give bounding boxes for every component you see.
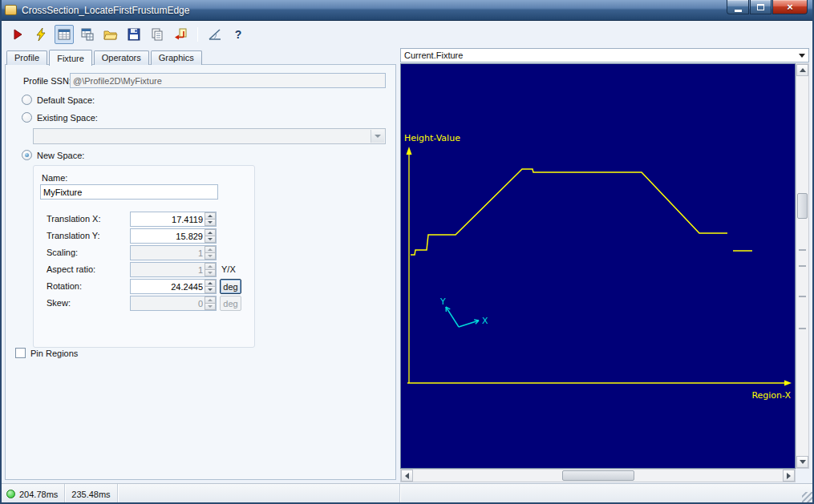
status-bar: 204.78ms 235.48ms [0, 483, 814, 504]
arrow-right-icon [787, 473, 791, 479]
close-icon: × [787, 2, 793, 12]
tab-fixture[interactable]: Fixture [49, 50, 92, 66]
status-cell-execution: 204.78ms [0, 484, 65, 504]
aspect-ratio-spinner [130, 262, 217, 277]
spin-up-button[interactable] [205, 212, 216, 220]
vertical-scrollbar[interactable] [796, 63, 809, 469]
spin-down-button[interactable] [205, 287, 216, 293]
scroll-left-button[interactable] [401, 470, 413, 482]
tab-operators[interactable]: Operators [94, 50, 149, 65]
translation-y-spinner[interactable] [130, 228, 217, 244]
new-space-label: New Space: [37, 151, 84, 160]
copy-button[interactable] [148, 25, 167, 44]
status-cell-empty [118, 484, 400, 504]
pin-regions-checkbox-row[interactable]: Pin Regions [15, 348, 78, 358]
skew-spinner [130, 296, 217, 311]
existing-space-dropdown[interactable] [33, 128, 386, 144]
title-bar: CrossSection_LocateFirstFrustumEdge × [0, 0, 814, 21]
skew-input [131, 296, 205, 310]
tab-strip: Profile Fixture Operators Graphics [6, 49, 204, 65]
minimize-icon [735, 10, 742, 12]
chevron-down-icon[interactable] [799, 54, 805, 58]
skew-label: Skew: [47, 296, 71, 311]
scrollbar-mark [799, 296, 806, 297]
aspect-ratio-suffix: Y/X [221, 262, 236, 277]
open-button[interactable] [101, 25, 120, 44]
documents-icon [150, 27, 164, 42]
horizontal-scrollbar[interactable] [400, 469, 796, 482]
minimize-button[interactable] [727, 0, 749, 14]
fixture-tab-page: Profile SSN: Default Space: Existing Spa… [5, 64, 396, 480]
new-space-group: Name: Translation X: Translation Y: [33, 165, 255, 348]
red-return-arrow-icon [173, 27, 188, 42]
floppy-disk-icon [127, 27, 141, 42]
x-axis: Region-X [407, 381, 792, 401]
arrow-up-icon [800, 68, 806, 72]
measure-button[interactable] [205, 25, 225, 44]
run-button[interactable] [8, 25, 27, 44]
radio-icon [22, 112, 32, 123]
play-icon [10, 27, 25, 42]
aspect-ratio-label: Aspect ratio: [47, 262, 95, 277]
open-folder-icon [103, 27, 119, 42]
profile-ssn-label: Profile SSN: [23, 75, 71, 87]
spin-down-button[interactable] [205, 236, 216, 243]
scaling-label: Scaling: [47, 245, 78, 260]
spin-down-button [205, 270, 216, 276]
save-button[interactable] [124, 25, 144, 44]
chevron-down-icon[interactable] [371, 130, 384, 143]
protractor-icon [207, 27, 223, 42]
svg-text:X: X [482, 316, 488, 326]
spin-up-button[interactable] [205, 280, 216, 287]
horizontal-scrollbar-thumb[interactable] [562, 470, 634, 481]
rotation-input[interactable] [131, 280, 205, 293]
x-axis-label: Region-X [751, 390, 791, 401]
maximize-button[interactable] [750, 0, 771, 14]
app-icon [5, 5, 17, 15]
scroll-right-button[interactable] [783, 470, 795, 482]
trigger-button[interactable] [31, 25, 51, 44]
grid-window-icon [80, 27, 95, 42]
checkbox-icon[interactable] [15, 348, 26, 358]
close-button[interactable]: × [772, 0, 808, 14]
import-button[interactable] [171, 25, 190, 44]
rotation-spinner[interactable] [130, 279, 217, 294]
spin-up-button[interactable] [205, 229, 216, 236]
new-space-radio[interactable]: New Space: [22, 150, 84, 160]
translation-x-input[interactable] [131, 212, 205, 226]
tab-profile[interactable]: Profile [6, 50, 47, 65]
total-time: 235.48ms [71, 490, 110, 499]
default-space-radio[interactable]: Default Space: [22, 95, 95, 105]
tab-graphics[interactable]: Graphics [151, 50, 202, 65]
svg-text:Y: Y [439, 296, 446, 307]
help-button[interactable]: ? [229, 25, 248, 44]
spin-down-button[interactable] [205, 220, 216, 226]
translation-y-input[interactable] [131, 229, 205, 243]
translation-y-label: Translation Y: [47, 228, 100, 244]
spreadsheet-icon [57, 27, 71, 42]
job-view-button[interactable] [78, 25, 97, 44]
skew-deg-button: deg [220, 296, 241, 311]
translation-x-spinner[interactable] [130, 212, 217, 227]
graphics-panel: Current.Fixture Height-Value Region-X XY [399, 48, 810, 482]
scrollbar-mark [799, 249, 806, 251]
scroll-down-button[interactable] [796, 456, 808, 468]
profile-ssn-field[interactable] [70, 73, 386, 88]
scaling-spinner [130, 245, 217, 260]
y-axis: Height-Value [404, 133, 460, 383]
spreadsheet-view-button[interactable] [55, 25, 74, 44]
scroll-up-button[interactable] [796, 64, 808, 76]
arrow-down-icon [800, 460, 806, 464]
spin-up-button [205, 246, 216, 253]
scaling-input [131, 246, 205, 260]
plot-canvas[interactable]: Height-Value Region-X XY [400, 63, 796, 469]
translation-x-label: Translation X: [47, 212, 100, 227]
existing-space-radio[interactable]: Existing Space: [22, 112, 98, 123]
name-field[interactable] [40, 184, 218, 200]
resize-grip[interactable] [802, 492, 812, 502]
view-selector[interactable]: Current.Fixture [400, 48, 809, 62]
vertical-scrollbar-thumb[interactable] [797, 193, 808, 219]
status-led-icon [6, 490, 15, 498]
rotation-deg-button[interactable]: deg [220, 279, 241, 294]
default-space-label: Default Space: [37, 95, 95, 105]
